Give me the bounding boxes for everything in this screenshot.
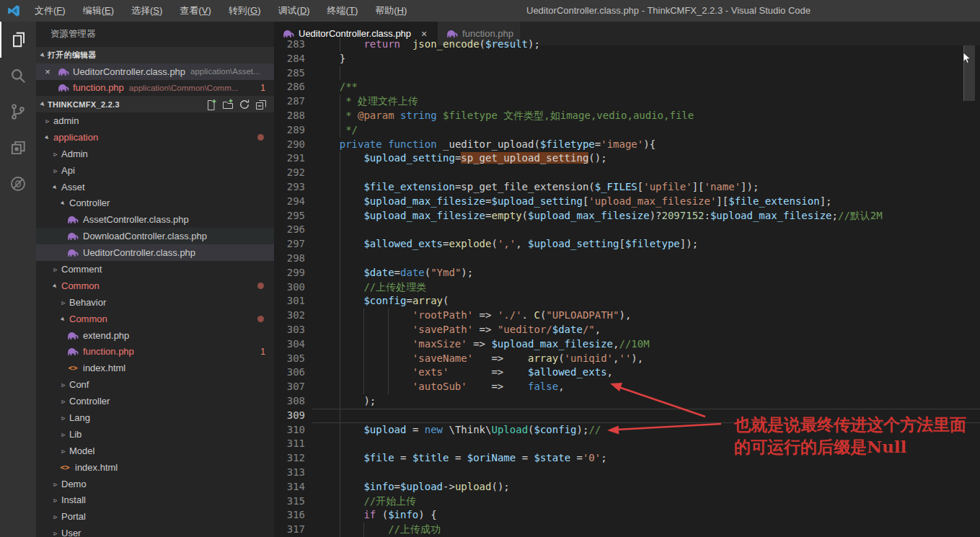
tree-folder-api[interactable]: ▹Api [36, 162, 274, 179]
code-line-294[interactable]: 294 $upload_max_filesize=$upload_setting… [274, 195, 980, 209]
tree-folder-admin[interactable]: ▹admin [36, 112, 274, 129]
code-line-286[interactable]: 286 /** [274, 80, 980, 94]
code-line-299[interactable]: 299 $date=date("Ymd"); [274, 266, 980, 280]
problems-badge: 1 [260, 347, 265, 357]
source-control-icon[interactable] [0, 94, 36, 130]
indent-guide [340, 94, 340, 109]
menu-item[interactable]: 查看(V) [171, 0, 219, 22]
code-line-301[interactable]: 301 $config=array( [274, 294, 980, 309]
tree-file-assetcontroller-class-php[interactable]: AssetController.class.php [36, 211, 274, 228]
tree-folder-model[interactable]: ▹Model [36, 443, 274, 459]
code-line-315[interactable]: 315 //开始上传 [274, 494, 980, 509]
code-line-316[interactable]: 316 if ($info) { [274, 508, 980, 523]
new-file-icon[interactable] [206, 99, 217, 110]
line-number: 313 [274, 466, 305, 480]
indent-guide [363, 523, 364, 537]
tree-folder-common[interactable]: ▸Common [36, 311, 274, 327]
open-editor-item-function-php[interactable]: function.phpapplication\Common\Comm...1 [36, 80, 274, 97]
menu-item[interactable]: 编辑(E) [74, 0, 123, 22]
close-icon[interactable]: × [42, 66, 53, 77]
new-folder-icon[interactable] [222, 99, 234, 110]
tree-folder-admin[interactable]: ▹Admin [36, 146, 274, 162]
code-line-303[interactable]: 303 'savePath' => "ueditor/$date/", [274, 323, 980, 337]
tree-folder-common[interactable]: ▸Common [36, 278, 274, 294]
tree-folder-lang[interactable]: ▹Lang [36, 409, 274, 426]
menu-item[interactable]: 转到(G) [220, 0, 270, 22]
code-line-283[interactable]: 283 return json_encode($result); [274, 37, 980, 52]
code-line-289[interactable]: 289 */ [274, 123, 980, 138]
code-line-317[interactable]: 317 //上传成功 [274, 523, 980, 537]
code-line-311[interactable]: 311 [274, 437, 980, 451]
code-line-310[interactable]: 310 $upload = new \Think\Upload($config)… [274, 423, 980, 438]
code-line-288[interactable]: 288 * @param string $filetype 文件类型,如imag… [274, 109, 980, 123]
project-section-header[interactable]: ▸ THINKCMFX_2.2.3 [36, 96, 274, 112]
tree-folder-portal[interactable]: ▹Portal [36, 508, 274, 525]
menu-item[interactable]: 选择(S) [123, 0, 171, 22]
code-line-300[interactable]: 300 //上传处理类 [274, 280, 980, 295]
tree-item-label: Portal [61, 511, 86, 522]
menu-item[interactable]: 帮助(H) [366, 0, 415, 22]
debug-disabled-icon[interactable] [0, 166, 36, 202]
tree-file-index-html[interactable]: <>index.html [36, 360, 274, 376]
tree-file-ueditorcontroller-class-php[interactable]: UeditorController.class.php [36, 244, 274, 261]
code-line-312[interactable]: 312 $file = $title = $oriName = $state =… [274, 451, 980, 466]
code-line-296[interactable]: 296 [274, 223, 980, 237]
indent-guide [340, 380, 340, 394]
code-area[interactable]: 283 return json_encode($result);284 }285… [274, 37, 980, 537]
menu-item[interactable]: 文件(F) [26, 0, 74, 22]
code-line-295[interactable]: 295 $upload_max_filesize=empty($upload_m… [274, 209, 980, 223]
menu-item[interactable]: 终端(T) [319, 0, 367, 22]
line-number: 311 [274, 437, 305, 451]
open-editors-header[interactable]: ▸ 打开的编辑器 [36, 47, 274, 63]
tree-file-function-php[interactable]: function.php1 [36, 343, 274, 360]
refresh-icon[interactable] [239, 99, 250, 110]
tree-file-extend-php[interactable]: extend.php [36, 327, 274, 344]
code-line-309[interactable]: 309 [274, 409, 980, 423]
explorer-icon[interactable] [0, 22, 36, 58]
line-number: 306 [274, 365, 305, 380]
tree-folder-controller[interactable]: ▹Controller [36, 393, 274, 409]
menu-item[interactable]: 调试(D) [270, 0, 319, 22]
code-line-308[interactable]: 308 ); [274, 394, 980, 409]
search-icon[interactable] [0, 58, 36, 94]
line-number: 308 [274, 394, 305, 409]
code-line-284[interactable]: 284 } [274, 52, 980, 66]
tree-folder-behavior[interactable]: ▹Behavior [36, 294, 274, 311]
tree-folder-application[interactable]: ▸application [36, 129, 274, 146]
code-line-291[interactable]: 291 $upload_setting=sp_get_upload_settin… [274, 151, 980, 166]
code-line-290[interactable]: 290 private function _ueditor_upload($fi… [274, 138, 980, 152]
line-number: 285 [274, 66, 305, 81]
tree-folder-asset[interactable]: ▸Asset [36, 179, 274, 195]
tree-folder-lib[interactable]: ▹Lib [36, 426, 274, 443]
editor-group[interactable]: UeditorController.class.php×function.php… [274, 22, 980, 537]
code-line-293[interactable]: 293 $file_extension=sp_get_file_extensio… [274, 180, 980, 195]
tree-file-index-html[interactable]: <>index.html [36, 459, 274, 476]
indent-guide [340, 523, 340, 537]
extensions-icon[interactable] [0, 130, 36, 166]
code-line-292[interactable]: 292 [274, 166, 980, 180]
indent-guide [340, 223, 340, 237]
tree-folder-install[interactable]: ▹Install [36, 492, 274, 508]
tree-file-downloadcontroller-class-php[interactable]: DownloadController.class.php [36, 228, 274, 244]
code-line-314[interactable]: 314 $info=$upload->upload(); [274, 480, 980, 494]
code-line-307[interactable]: 307 'autoSub' => false, [274, 380, 980, 394]
code-line-306[interactable]: 306 'exts' => $allowed_exts, [274, 365, 980, 380]
collapse-all-icon[interactable] [255, 99, 267, 110]
code-line-313[interactable]: 313 [274, 466, 980, 480]
tree-folder-demo[interactable]: ▹Demo [36, 476, 274, 492]
tree-folder-conf[interactable]: ▹Conf [36, 376, 274, 393]
code-line-305[interactable]: 305 'saveName' => array('uniqid',''), [274, 352, 980, 366]
code-line-298[interactable]: 298 [274, 252, 980, 266]
code-line-304[interactable]: 304 'maxSize' => $upload_max_filesize,//… [274, 337, 980, 352]
line-number: 307 [274, 380, 305, 394]
tree-folder-controller[interactable]: ▸Controller [36, 195, 274, 211]
code-line-285[interactable]: 285 [274, 66, 980, 81]
indent-guide [340, 352, 340, 366]
code-line-302[interactable]: 302 'rootPath' => './'. C("UPLOADPATH"), [274, 309, 980, 323]
tree-folder-comment[interactable]: ▹Comment [36, 261, 274, 278]
line-number: 315 [274, 494, 305, 509]
open-editor-item-ueditorcontroller-class-php[interactable]: ×UeditorController.class.phpapplication\… [36, 63, 274, 80]
code-line-297[interactable]: 297 $allowed_exts=explode(',', $upload_s… [274, 237, 980, 252]
tree-folder-user[interactable]: ▹User [36, 525, 274, 537]
code-line-287[interactable]: 287 * 处理文件上传 [274, 94, 980, 109]
